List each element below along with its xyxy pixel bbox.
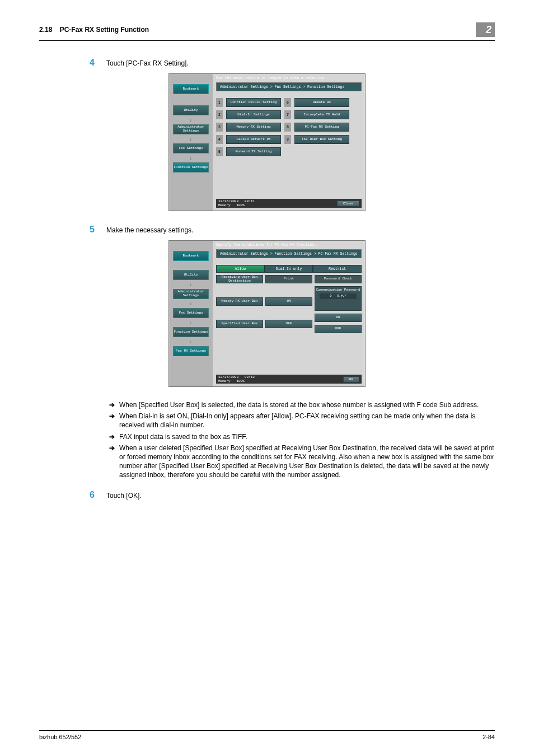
screenshot-function-settings: Bookmark Utility ↓ Administrator Setting… (168, 73, 366, 211)
opt-print-on[interactable]: ON (265, 297, 312, 306)
status-mem-pct: 100% (236, 379, 244, 383)
screenshot-pcfax-rx-settings: Bookmark Utility ↓ Administrator Setting… (168, 240, 366, 387)
nav-function-settings[interactable]: Function Settings (173, 327, 209, 337)
prompt-text: Specify the conditions for PC-Fax RX fun… (216, 243, 362, 247)
breadcrumb: Administrator Settings > Function Settin… (216, 249, 362, 258)
nav-fax-rx-settings[interactable]: Fax RX Settings (173, 346, 209, 356)
step-number: 5 (90, 225, 106, 235)
header-rule (39, 40, 495, 41)
status-bar: 12/26/2008 09:12 Memory 100% OK (216, 375, 362, 384)
arrow-icon: ➔ (109, 432, 115, 441)
opt-incomplete-tx[interactable]: Incomplete TX Hold (294, 110, 349, 119)
breadcrumb: Administrator Settings > Fax Settings > … (216, 82, 362, 91)
list-item: ➔When Dial-in is set ON, [Dial-In only] … (109, 412, 495, 430)
opt-password-off[interactable]: OFF (315, 325, 362, 333)
arrow-icon: ➔ (109, 412, 115, 430)
status-time: 09:12 (245, 375, 255, 379)
status-bar: 12/26/2008 09:11 Memory 100% Close (216, 199, 362, 208)
chevron-down-icon: ↓ (188, 339, 194, 344)
step-4: 4 Touch [PC-Fax RX Setting]. (90, 58, 495, 68)
step-number: 6 (90, 490, 106, 500)
tab-allow[interactable]: Allow (216, 265, 265, 273)
chevron-down-icon: ↓ (188, 136, 194, 142)
opt-forward-tx[interactable]: Forward TX Setting (226, 147, 281, 156)
status-mem-pct: 100% (236, 203, 244, 207)
section-number: 2.18 (39, 26, 52, 34)
step-text: Make the necessary settings. (106, 225, 193, 235)
opt-num-8: 8 (284, 123, 291, 132)
chapter-badge: 2 (476, 22, 495, 37)
label-comm-password: Communication Password (316, 288, 360, 292)
arrow-icon: ➔ (109, 400, 115, 409)
prompt-text: Use the menu buttons or keypad to make a… (216, 76, 362, 80)
footer-product: bizhub 652/552 (39, 734, 81, 740)
nav-fax-settings[interactable]: Fax Settings (173, 143, 209, 153)
chevron-down-icon: ↓ (188, 282, 194, 287)
opt-num-9: 9 (284, 135, 291, 144)
nav-utility[interactable]: Utility (173, 105, 209, 115)
opt-memory-rx[interactable]: Memory RX Setting (226, 123, 281, 132)
opt-pcfax-rx[interactable]: PC-Fax RX Setting (294, 123, 349, 132)
opt-memory-rx-userbox[interactable]: Memory RX User Box (216, 297, 263, 306)
nav-admin-settings[interactable]: Administrator Settings (173, 124, 209, 134)
opt-tsi-userbox[interactable]: TSI User Box Setting (294, 135, 349, 144)
ok-button[interactable]: OK (343, 376, 359, 382)
opt-function-onoff[interactable]: Function ON/OFF Setting (226, 98, 281, 107)
chevron-down-icon: ↓ (188, 301, 194, 306)
list-item: ➔FAX input data is saved to the box as T… (109, 432, 495, 441)
step-text: Touch [OK]. (106, 490, 142, 500)
opt-print-off[interactable]: OFF (265, 320, 312, 328)
status-time: 09:11 (245, 199, 255, 203)
chevron-down-icon: ↓ (188, 320, 194, 325)
section-title: PC-Fax RX Setting Function (60, 26, 149, 34)
page-header: 2.18 PC-Fax RX Setting Function 2 (39, 22, 495, 37)
label-print: Print (265, 275, 312, 283)
opt-num-7: 7 (284, 110, 291, 119)
opt-num-1: 1 (216, 98, 223, 107)
opt-closed-network-rx[interactable]: Closed Network RX (226, 135, 281, 144)
label-receiving-userbox-dest: Receiving User Box Destination (216, 275, 263, 283)
footer-page: 2-84 (483, 734, 495, 740)
opt-password-on[interactable]: ON (315, 314, 362, 322)
opt-specified-userbox[interactable]: Specified User Box (216, 320, 263, 328)
nav-fax-settings[interactable]: Fax Settings (173, 308, 209, 318)
password-box: Communication Password 0 - 9,#,* (315, 286, 362, 311)
status-mem-label: Memory (218, 379, 231, 383)
label-password-check: Password Check (315, 275, 362, 283)
status-date: 12/26/2008 (218, 199, 238, 203)
tab-restrict[interactable]: Restrict (313, 265, 362, 273)
list-item: ➔When a user deleted [Specified User Box… (109, 444, 495, 480)
step-5: 5 Make the necessary settings. (90, 225, 495, 235)
nav-function-settings[interactable]: Function Settings (173, 162, 209, 172)
step-6: 6 Touch [OK]. (90, 490, 495, 500)
nav-admin-settings[interactable]: Administrator Settings (173, 289, 209, 299)
nav-utility[interactable]: Utility (173, 270, 209, 280)
list-item: ➔When [Specified User Box] is selected, … (109, 400, 495, 409)
opt-num-3: 3 (216, 123, 223, 132)
opt-num-4: 4 (216, 135, 223, 144)
chevron-down-icon: ↓ (188, 155, 194, 161)
password-chars: 0 - 9,#,* (320, 293, 357, 299)
opt-num-2: 2 (216, 110, 223, 119)
opt-dialin-settings[interactable]: Dial-In Settings (226, 110, 281, 119)
status-date: 12/26/2008 (218, 375, 238, 379)
opt-num-5: 5 (216, 147, 223, 156)
opt-num-6: 6 (284, 98, 291, 107)
status-mem-label: Memory (218, 203, 231, 207)
tab-dialin-only[interactable]: Dial-In only (265, 265, 313, 273)
close-button[interactable]: Close (337, 200, 359, 207)
opt-remote-rx[interactable]: Remote RX (294, 98, 349, 107)
step-number: 4 (90, 58, 106, 68)
step-text: Touch [PC-Fax RX Setting]. (106, 58, 189, 68)
bookmark-button[interactable]: Bookmark (173, 251, 209, 261)
page-footer: bizhub 652/552 2-84 (39, 730, 495, 740)
bookmark-button[interactable]: Bookmark (173, 84, 209, 94)
arrow-icon: ➔ (109, 444, 115, 480)
notes-list: ➔When [Specified User Box] is selected, … (109, 400, 495, 480)
chevron-down-icon: ↓ (188, 117, 194, 123)
